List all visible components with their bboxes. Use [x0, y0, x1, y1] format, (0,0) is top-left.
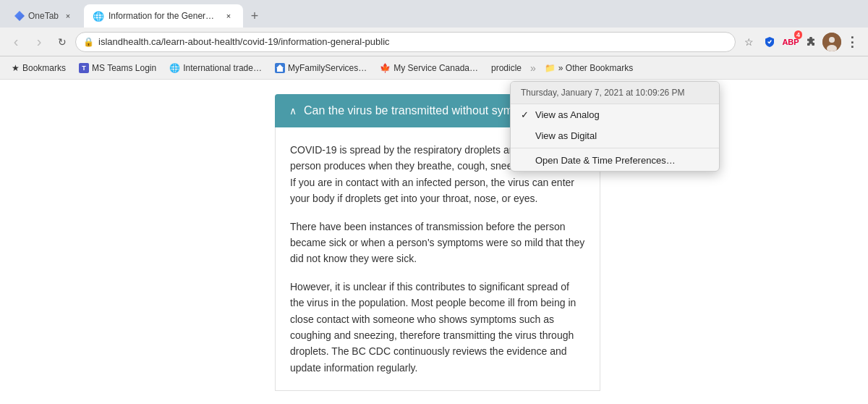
bookmark-service-canada[interactable]: 🍁 My Service Canada…	[374, 59, 484, 77]
myfamily-icon	[275, 63, 285, 73]
lock-icon: 🔒	[83, 37, 94, 47]
view-analog-label: View as Analog	[535, 109, 600, 120]
bookmark-service-canada-label: My Service Canada…	[393, 63, 478, 73]
folder-icon: 📁	[545, 63, 556, 73]
bookmark-other-label: » Other Bookmarks	[558, 63, 633, 73]
view-digital-label: View as Digital	[535, 130, 597, 141]
tab-onetab[interactable]: OneTab ×	[6, 4, 82, 28]
context-menu-view-analog[interactable]: ✓ View as Analog	[511, 104, 719, 125]
tab-onetab-close[interactable]: ×	[62, 10, 74, 22]
accordion-paragraph-2: There have been instances of transmissio…	[290, 219, 585, 267]
toolbar-right: ☆ ABP 4	[739, 32, 862, 52]
profile-avatar[interactable]	[822, 33, 841, 51]
bookmark-myfamily-label: MyFamilyServices…	[288, 63, 367, 73]
bookmark-star-button[interactable]: ☆	[739, 32, 759, 52]
tab-bar: OneTab × 🌐 Information for the General P…	[0, 0, 868, 28]
checkmark-icon: ✓	[521, 109, 531, 120]
tab-main-label: Information for the General Pu…	[109, 11, 218, 21]
bookmark-prodicle[interactable]: prodicle	[485, 59, 527, 77]
bookmarks-bar: ★ Bookmarks T MS Teams Login 🌐 Internati…	[0, 56, 868, 80]
onetab-icon	[14, 11, 25, 21]
bookmark-ms-teams[interactable]: T MS Teams Login	[73, 59, 162, 77]
context-menu-header: Thursday, January 7, 2021 at 10:09:26 PM	[511, 82, 719, 104]
tab-main[interactable]: 🌐 Information for the General Pu… ×	[84, 4, 243, 28]
context-menu-view-digital[interactable]: View as Digital	[511, 125, 719, 146]
tab-main-favicon: 🌐	[93, 11, 104, 22]
adblock-icon-wrapper: ABP 4	[780, 32, 801, 52]
tab-main-close[interactable]: ×	[223, 10, 234, 22]
bookmark-myfamily[interactable]: MyFamilyServices…	[269, 59, 373, 77]
back-button[interactable]: ‹	[6, 32, 26, 52]
reload-button[interactable]: ↻	[52, 32, 72, 52]
intl-trade-icon: 🌐	[169, 63, 180, 73]
svg-marker-4	[276, 64, 284, 68]
tab-onetab-label: OneTab	[28, 11, 59, 21]
accordion-arrow-icon: ∧	[289, 105, 297, 117]
browser-menu-button[interactable]: ⋮	[842, 32, 862, 52]
new-tab-button[interactable]: +	[244, 6, 265, 26]
canada-icon: 🍁	[380, 63, 391, 73]
date-time-prefs-label: Open Date & Time Preferences…	[535, 155, 676, 166]
adblock-badge: 4	[794, 30, 802, 39]
bookmark-label: Bookmarks	[22, 63, 66, 73]
bookmarks-more: »	[530, 62, 536, 74]
ms-teams-icon: T	[79, 63, 89, 73]
browser-toolbar: ‹ › ↻ 🔒 islandhealth.ca/learn-about-heal…	[0, 28, 868, 56]
content-area: ∧ Can the virus be transmitted without s…	[0, 80, 868, 404]
context-menu-date-time-prefs[interactable]: Open Date & Time Preferences…	[511, 150, 719, 171]
bookmark-star-icon: ★	[12, 63, 20, 73]
page-content: ∧ Can the virus be transmitted without s…	[0, 80, 868, 404]
context-menu: Thursday, January 7, 2021 at 10:09:26 PM…	[510, 81, 720, 172]
bookmark-bookmarks[interactable]: ★ Bookmarks	[6, 59, 72, 77]
bookmark-other[interactable]: 📁 » Other Bookmarks	[539, 59, 639, 77]
context-menu-divider	[511, 148, 719, 148]
extensions-button[interactable]	[801, 32, 822, 52]
address-bar[interactable]: 🔒 islandhealth.ca/learn-about-health/cov…	[75, 32, 736, 52]
bookmark-intl-trade-label: International trade…	[183, 63, 262, 73]
svg-rect-3	[277, 68, 283, 72]
forward-button[interactable]: ›	[29, 32, 49, 52]
address-text: islandhealth.ca/learn-about-health/covid…	[98, 36, 390, 47]
accordion-paragraph-3: However, it is unclear if this contribut…	[290, 279, 585, 376]
svg-point-1	[829, 37, 835, 43]
bookmark-ms-teams-label: MS Teams Login	[92, 63, 156, 73]
bookmark-intl-trade[interactable]: 🌐 International trade…	[163, 59, 268, 77]
bitwarden-icon[interactable]	[760, 32, 780, 52]
bookmark-prodicle-label: prodicle	[491, 63, 522, 73]
